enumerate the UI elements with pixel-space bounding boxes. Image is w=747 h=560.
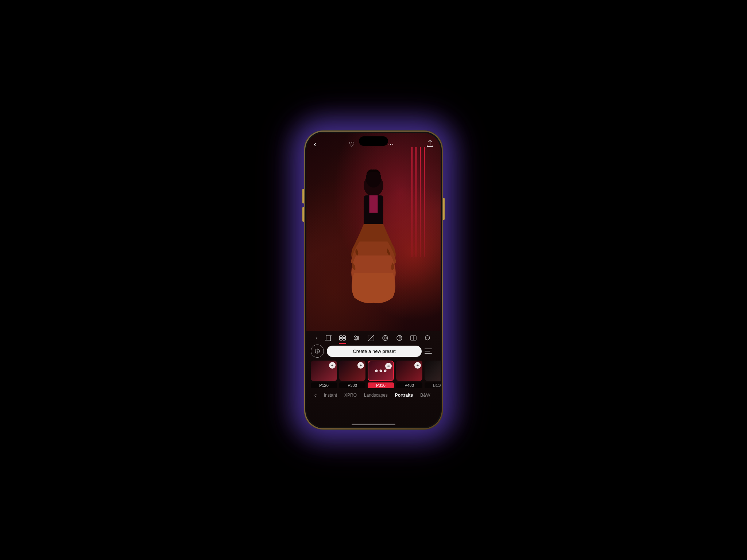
volume-up-button[interactable]: [302, 189, 304, 203]
toolbar-color-button[interactable]: [396, 334, 403, 342]
photo-background: [306, 133, 441, 332]
create-preset-button[interactable]: Create a new preset: [327, 346, 422, 357]
tab-bw[interactable]: B&W: [417, 392, 434, 398]
category-tabs-row: c Instant XPRO Landscapes Portraits B&W: [306, 390, 441, 400]
home-indicator: [352, 424, 395, 425]
toolbar-effects-button[interactable]: [382, 334, 389, 342]
favorite-button[interactable]: ♡: [349, 140, 355, 148]
preset-label-p300: P300: [339, 382, 365, 388]
svg-point-36: [388, 366, 389, 367]
toolbar-history-button[interactable]: [424, 334, 431, 342]
top-navigation-bar: ‹ ♡ ···: [306, 133, 441, 152]
svg-point-30: [317, 351, 318, 352]
preset-add-p120-button[interactable]: +: [329, 362, 336, 369]
preset-add-p300-button[interactable]: +: [357, 362, 364, 369]
tab-xpro[interactable]: XPRO: [341, 392, 360, 398]
svg-point-21: [384, 337, 386, 339]
compass-button[interactable]: [311, 345, 324, 358]
toolbar-tone-button[interactable]: [367, 334, 375, 342]
svg-point-20: [383, 335, 388, 341]
preset-item-b110[interactable]: B110: [425, 361, 441, 388]
toolbar-left-arrow[interactable]: ‹: [316, 335, 317, 341]
bottom-edit-panel: ‹: [306, 331, 441, 427]
more-options-button[interactable]: ···: [387, 141, 394, 148]
svg-rect-4: [326, 336, 330, 340]
preset-label-p310: P310: [368, 382, 394, 388]
svg-rect-12: [343, 338, 345, 340]
preset-label-p120: P120: [311, 382, 337, 388]
tab-landscapes[interactable]: Landscapes: [360, 392, 391, 398]
share-button[interactable]: [427, 140, 433, 149]
person-figure: [337, 158, 410, 332]
presets-scroll-container[interactable]: + P120 + P300: [306, 359, 441, 390]
preset-item-p300[interactable]: + P300: [339, 361, 365, 388]
svg-point-17: [357, 337, 359, 339]
volume-down-button[interactable]: [302, 207, 304, 222]
preset-thumbnail-b110: [425, 361, 441, 381]
toolbar-filters-button[interactable]: [339, 334, 346, 342]
svg-point-37: [389, 366, 390, 367]
tab-basic[interactable]: c: [311, 392, 320, 398]
preset-item-p400[interactable]: + P400: [396, 361, 422, 388]
screen-content: ‹ ♡ ··· ‹: [306, 133, 441, 427]
preset-thumbnail-p310: [368, 361, 394, 381]
preset-controls-row: Create a new preset: [306, 343, 441, 359]
preset-thumbnail-p120: +: [311, 361, 337, 381]
edit-toolbar: ‹: [306, 331, 441, 343]
svg-point-18: [355, 339, 357, 340]
preset-label-b110: B110: [425, 382, 441, 388]
phone-device: ‹ ♡ ··· ‹: [304, 131, 443, 429]
svg-rect-11: [340, 338, 342, 340]
preset-loading-dots: [375, 370, 387, 372]
preset-thumbnail-p300: +: [339, 361, 365, 381]
preset-add-p310-button[interactable]: [385, 363, 392, 369]
vertical-lines-decoration: [411, 147, 430, 257]
tab-instant[interactable]: Instant: [320, 392, 341, 398]
phone-screen: ‹ ♡ ··· ‹: [305, 132, 442, 428]
svg-point-35: [387, 366, 388, 367]
phone-frame: ‹ ♡ ··· ‹: [304, 131, 443, 429]
toolbar-split-button[interactable]: [410, 334, 417, 342]
svg-rect-9: [340, 336, 342, 338]
preset-label-p400: P400: [396, 382, 422, 388]
back-button[interactable]: ‹: [314, 140, 316, 149]
dynamic-island: [359, 136, 388, 146]
svg-rect-10: [343, 336, 345, 338]
preset-item-p310[interactable]: P310: [368, 361, 394, 388]
svg-rect-3: [369, 195, 378, 213]
tab-portraits[interactable]: Portraits: [391, 392, 417, 398]
preset-thumbnail-p400: +: [396, 361, 422, 381]
list-view-button[interactable]: [425, 345, 436, 357]
preset-item-p120[interactable]: + P120: [311, 361, 337, 388]
svg-point-16: [355, 336, 356, 337]
preset-add-p400-button[interactable]: +: [414, 362, 421, 369]
photo-area: [306, 133, 441, 332]
power-button[interactable]: [443, 198, 445, 220]
toolbar-adjustments-button[interactable]: [353, 334, 360, 342]
toolbar-crop-button[interactable]: [325, 334, 332, 342]
